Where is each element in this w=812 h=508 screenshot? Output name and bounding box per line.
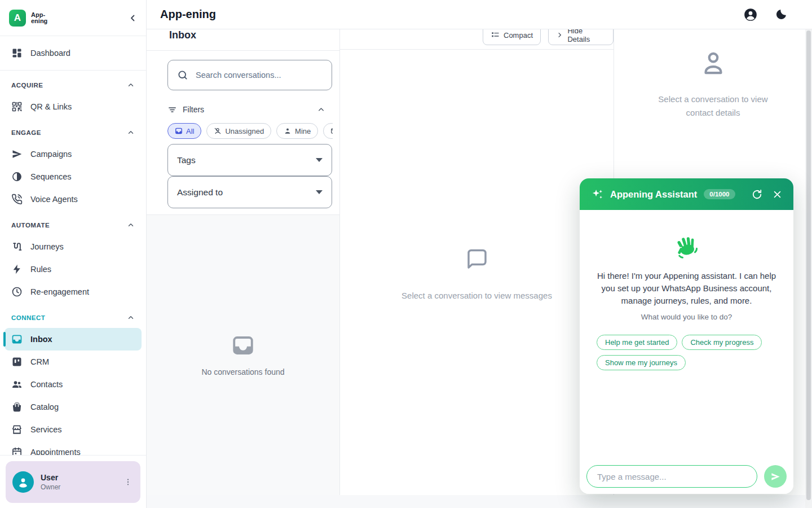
assistant-input-placeholder: Type a message... xyxy=(597,472,667,481)
sidebar-collapse-button[interactable] xyxy=(128,13,138,23)
sidebar-item-label: Campaigns xyxy=(30,150,72,159)
clock-icon xyxy=(11,286,23,297)
filters-collapse-button[interactable] xyxy=(317,106,325,114)
hide-details-button[interactable]: Hide Details xyxy=(548,29,614,45)
page-title: App-ening xyxy=(160,8,216,21)
filter-chip-mine[interactable]: Mine xyxy=(276,123,318,139)
assistant-header: Appening Assistant 0/1000 xyxy=(580,178,793,210)
sidebar-item-campaigns[interactable]: Campaigns xyxy=(5,143,142,165)
assistant-refresh-button[interactable] xyxy=(752,189,762,200)
messages-empty-text: Select a conversation to view messages xyxy=(401,291,552,300)
kanban-icon xyxy=(11,356,23,367)
sidebar-item-rules[interactable]: Rules xyxy=(5,258,142,281)
app-logo: A xyxy=(9,10,26,27)
inbox-empty-icon xyxy=(231,334,255,357)
sidebar-item-crm[interactable]: CRM xyxy=(5,351,142,373)
sidebar-item-voice-agents[interactable]: Voice Agents xyxy=(5,188,142,211)
search-icon xyxy=(177,69,188,81)
suggestion-check-progress[interactable]: Check my progress xyxy=(682,335,762,350)
search-input[interactable]: Search conversations... xyxy=(167,60,332,90)
sidebar-item-catalog[interactable]: Catalog xyxy=(5,396,142,418)
header-actions xyxy=(743,7,788,22)
app-logo-text: App- ening xyxy=(31,12,47,24)
mail-unread-icon xyxy=(330,127,333,135)
inbox-list-panel: Inbox Search conversations... Filters Al… xyxy=(147,29,340,495)
chat-icon xyxy=(175,127,183,135)
sidebar-item-label: Re-engagement xyxy=(30,287,89,296)
assistant-prompt: What would you like to do? xyxy=(580,313,793,321)
chevron-up-icon xyxy=(127,221,135,229)
tags-select[interactable]: Tags xyxy=(167,144,332,176)
chevron-up-icon xyxy=(127,81,135,89)
assistant-message-input[interactable]: Type a message... xyxy=(586,465,757,488)
sidebar-item-services[interactable]: Services xyxy=(5,418,142,441)
suggestion-get-started[interactable]: Help me get started xyxy=(597,335,677,350)
sidebar-item-label: CRM xyxy=(30,357,49,366)
sidebar-item-inbox[interactable]: Inbox xyxy=(5,328,142,351)
close-icon xyxy=(773,190,782,199)
sidebar-section-acquire[interactable]: ACQUIRE xyxy=(5,78,142,92)
sidebar-item-appointments[interactable]: Appointments xyxy=(5,441,142,455)
filters-label: Filters xyxy=(183,105,204,114)
assistant-greeting: Hi there! I'm your Appening assistant. I… xyxy=(594,270,779,307)
user-menu-button[interactable] xyxy=(121,475,135,489)
person-outline-icon xyxy=(698,49,729,79)
sidebar-nav: Dashboard ACQUIRE QR & Links ENGAGE Camp… xyxy=(0,36,146,455)
page-scrollbar-track[interactable] xyxy=(805,29,812,508)
user-card[interactable]: User Owner xyxy=(6,461,140,503)
filter-chip-all[interactable]: All xyxy=(167,123,201,139)
sidebar-section-connect[interactable]: CONNECT xyxy=(5,311,142,325)
sidebar-item-re-engagement[interactable]: Re-engagement xyxy=(5,281,142,303)
sidebar-item-sequences[interactable]: Sequences xyxy=(5,165,142,188)
messages-panel: Compact Hide Details Select a conversati… xyxy=(340,29,614,495)
sidebar-item-label: Catalog xyxy=(30,402,59,411)
qr-code-icon xyxy=(11,101,23,112)
sidebar-item-dashboard[interactable]: Dashboard xyxy=(5,42,142,64)
account-button[interactable] xyxy=(743,7,758,22)
dark-mode-toggle[interactable] xyxy=(775,8,788,21)
inbox-panel-title: Inbox xyxy=(169,29,339,42)
user-role: Owner xyxy=(41,483,60,491)
assigned-to-select-label: Assigned to xyxy=(177,187,223,198)
sidebar-section-engage[interactable]: ENGAGE xyxy=(5,126,142,139)
page-scrollbar-thumb[interactable] xyxy=(806,30,811,500)
assistant-widget: Appening Assistant 0/1000 xyxy=(580,178,793,494)
chevron-up-icon xyxy=(127,129,135,137)
conversation-list: No conversations found xyxy=(147,214,339,495)
sidebar-item-journeys[interactable]: Journeys xyxy=(5,235,142,258)
assistant-counter-badge: 0/1000 xyxy=(704,189,735,199)
top-header: App-ening xyxy=(147,0,812,29)
compact-button[interactable]: Compact xyxy=(483,29,541,45)
user-slash-icon xyxy=(214,127,222,135)
sidebar-item-label: Inbox xyxy=(30,335,52,344)
send-button[interactable] xyxy=(764,465,787,488)
sidebar-item-label: Journeys xyxy=(30,242,64,251)
filter-chip-unread[interactable]: Unread xyxy=(323,123,333,139)
contact-empty-text: Select a conversation to view contact de… xyxy=(658,93,767,120)
sidebar-item-label: Voice Agents xyxy=(30,195,78,204)
app-logo-letter: A xyxy=(14,12,21,24)
send-icon xyxy=(11,148,23,160)
messages-toolbar: Compact Hide Details xyxy=(340,29,614,50)
sidebar-item-label: Rules xyxy=(30,265,51,274)
filters-header: Filters xyxy=(167,104,332,115)
sidebar-logo-row: A App- ening xyxy=(0,0,146,36)
chevron-right-icon xyxy=(556,31,563,39)
inbox-icon xyxy=(11,334,23,345)
assistant-suggestions: Help me get started Check my progress Sh… xyxy=(597,335,776,370)
caret-down-icon xyxy=(316,190,323,194)
caret-down-icon xyxy=(316,158,323,162)
assistant-close-button[interactable] xyxy=(773,190,782,199)
assistant-title: Appening Assistant xyxy=(610,189,697,200)
sidebar-item-qr-links[interactable]: QR & Links xyxy=(5,95,142,118)
filter-chip-unassigned[interactable]: Unassigned xyxy=(206,123,271,139)
sidebar-item-contacts[interactable]: Contacts xyxy=(5,373,142,396)
filter-icon xyxy=(167,105,177,115)
suggestion-show-journeys[interactable]: Show me my journeys xyxy=(597,355,686,370)
assistant-input-bar: Type a message... xyxy=(580,465,793,494)
sidebar-item-label: Appointments xyxy=(30,448,81,455)
divider xyxy=(0,70,146,71)
assigned-to-select[interactable]: Assigned to xyxy=(167,176,332,208)
sidebar-section-automate[interactable]: AUTOMATE xyxy=(5,218,142,232)
message-bubble-icon xyxy=(462,244,492,274)
